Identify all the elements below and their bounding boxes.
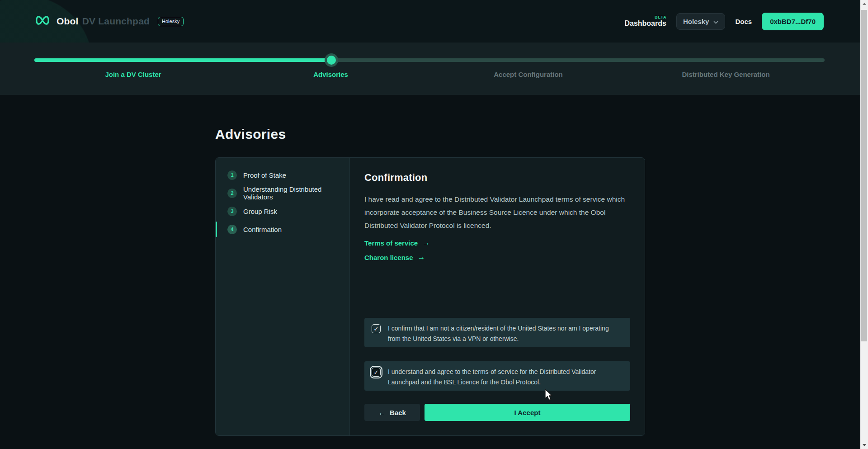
confirmation-body-text: I have read and agree to the Distributed…: [364, 193, 627, 232]
triangle-up-icon: [863, 3, 866, 5]
checkbox-label: I confirm that I am not a citizen/reside…: [388, 321, 623, 344]
active-indicator: [216, 222, 217, 237]
back-button[interactable]: ← Back: [364, 404, 420, 421]
network-selector-dropdown[interactable]: Holesky: [676, 13, 726, 30]
arrow-left-icon: ←: [378, 409, 385, 416]
confirmation-checkboxes: ✓ I confirm that I am not a citizen/resi…: [364, 318, 630, 391]
progress-bar-fill: [34, 58, 331, 62]
top-nav: BETA Dashboards Holesky Docs 0xbBD7...Df…: [624, 13, 824, 30]
stepper-step-join-cluster: Join a DV Cluster: [34, 70, 232, 79]
stepper-labels: Join a DV Cluster Advisories Accept Conf…: [34, 70, 825, 79]
scrollbar-thumb[interactable]: [861, 10, 867, 341]
charon-license-link[interactable]: Charon license →: [364, 252, 630, 262]
brand-name: Obol: [57, 16, 79, 27]
terms-agreement-checkbox-row[interactable]: ✓ I understand and agree to the terms-of…: [364, 361, 630, 391]
chevron-down-icon: [713, 18, 718, 25]
obol-infinity-icon: [34, 15, 51, 27]
scrollbar-down-arrow[interactable]: [860, 441, 868, 449]
sidebar-item-label: Proof of Stake: [243, 171, 286, 179]
link-label: Terms of service: [364, 239, 418, 247]
progress-stepper: Join a DV Cluster Advisories Accept Conf…: [0, 43, 860, 95]
stepper-step-dkg: Distributed Key Generation: [627, 70, 825, 79]
link-label: Charon license: [364, 254, 413, 261]
citizenship-checkbox-row[interactable]: ✓ I confirm that I am not a citizen/resi…: [364, 318, 630, 347]
checkbox-checked[interactable]: ✓: [372, 324, 381, 333]
nav-dashboards[interactable]: BETA Dashboards: [624, 15, 666, 28]
checkbox-checked-focused[interactable]: ✓: [372, 368, 381, 377]
checkmark-icon: ✓: [374, 326, 379, 332]
section-title: Confirmation: [364, 172, 630, 184]
step-number-badge: 1: [227, 170, 237, 180]
accept-button[interactable]: I Accept: [425, 404, 630, 421]
sidebar-item-group-risk[interactable]: 3 Group Risk: [216, 202, 349, 220]
arrow-right-icon: →: [418, 253, 425, 262]
wallet-address-button[interactable]: 0xbBD7...Df70: [762, 13, 824, 30]
network-badge: Holesky: [158, 17, 184, 26]
main-content: Advisories 1 Proof of Stake 2 Understand…: [0, 95, 860, 449]
nav-docs-link[interactable]: Docs: [735, 18, 752, 25]
dashboards-label: Dashboards: [624, 19, 666, 28]
vertical-scrollbar[interactable]: [860, 0, 868, 449]
network-selector-value: Holesky: [683, 18, 709, 25]
action-buttons: ← Back I Accept: [364, 404, 630, 421]
top-bar: Obol DV Launchpad Holesky BETA Dashboard…: [0, 0, 860, 43]
sidebar-item-proof-of-stake[interactable]: 1 Proof of Stake: [216, 166, 349, 184]
document-links: Terms of service → Charon license →: [364, 238, 630, 262]
sidebar-item-understanding-distributed-validators[interactable]: 2 Understanding Distributed Validators: [216, 184, 349, 202]
brand-logo[interactable]: Obol DV Launchpad Holesky: [34, 15, 184, 27]
confirmation-panel: Confirmation I have read and agree to th…: [350, 158, 645, 435]
scrollbar-up-arrow[interactable]: [860, 0, 868, 8]
step-number-badge: 4: [227, 225, 237, 234]
stepper-step-accept-configuration: Accept Configuration: [429, 70, 627, 79]
advisory-steps-sidebar: 1 Proof of Stake 2 Understanding Distrib…: [216, 158, 350, 435]
checkbox-label: I understand and agree to the terms-of-s…: [388, 364, 623, 388]
advisories-card: 1 Proof of Stake 2 Understanding Distrib…: [215, 157, 645, 436]
triangle-down-icon: [863, 444, 866, 446]
beta-tag: BETA: [655, 15, 666, 19]
sidebar-item-label: Group Risk: [243, 208, 277, 215]
sidebar-item-label: Confirmation: [243, 226, 282, 233]
obol-dv-launchpad-app: Obol DV Launchpad Holesky BETA Dashboard…: [0, 0, 860, 449]
step-number-badge: 3: [227, 207, 237, 216]
stepper-step-advisories: Advisories: [232, 70, 429, 79]
step-number-badge: 2: [227, 189, 237, 198]
progress-bar-current-dot: [327, 56, 336, 65]
arrow-right-icon: →: [422, 238, 430, 247]
sidebar-item-label: Understanding Distributed Validators: [243, 185, 349, 201]
back-button-label: Back: [390, 409, 406, 416]
sidebar-item-confirmation[interactable]: 4 Confirmation: [216, 220, 349, 238]
checkmark-icon: ✓: [374, 369, 379, 375]
progress-bar: [34, 58, 825, 62]
brand-product-name: DV Launchpad: [82, 16, 150, 27]
terms-of-service-link[interactable]: Terms of service →: [364, 238, 630, 248]
page-title: Advisories: [0, 95, 860, 142]
